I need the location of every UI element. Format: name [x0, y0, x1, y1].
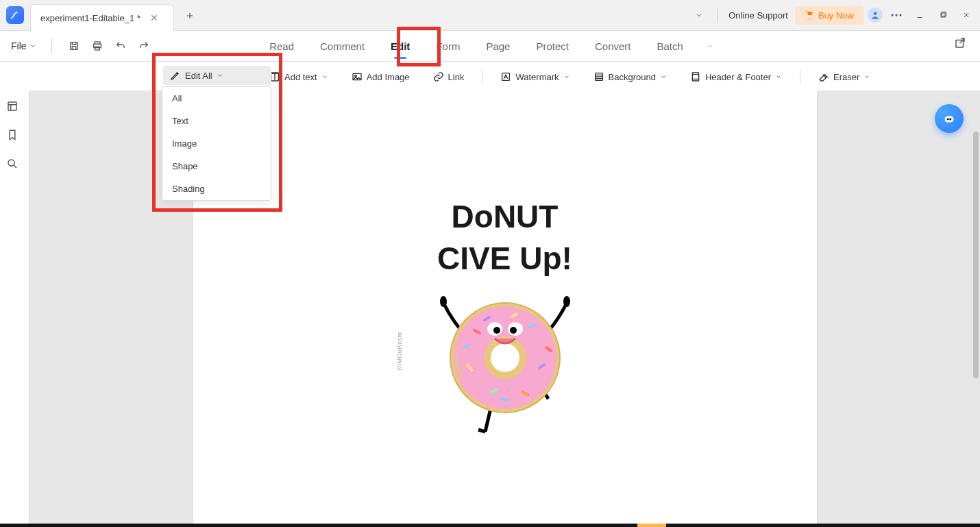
chevron-down-icon — [707, 42, 713, 49]
menu-more[interactable] — [707, 41, 713, 51]
window-close[interactable] — [957, 5, 976, 25]
user-avatar[interactable] — [868, 8, 883, 23]
add-text-button[interactable]: Add text — [262, 67, 335, 86]
assistant-bubble[interactable] — [935, 104, 964, 133]
share-icon — [954, 37, 966, 49]
feather-icon — [10, 10, 21, 21]
redo-button[interactable] — [136, 38, 152, 54]
svg-line-29 — [491, 390, 497, 392]
add-image-button[interactable]: Add Image — [345, 67, 417, 86]
menu-read[interactable]: Read — [267, 36, 297, 56]
taskbar-accent — [637, 524, 667, 527]
bookmarks-panel-button[interactable] — [6, 129, 23, 145]
svg-rect-4 — [941, 13, 945, 17]
buy-now-label: Buy Now — [818, 10, 854, 21]
plus-icon — [185, 11, 195, 21]
user-icon — [870, 10, 880, 20]
background-button[interactable]: Background — [587, 67, 674, 86]
dropdown-text[interactable]: Text — [162, 110, 271, 132]
tabs-dropdown-icon[interactable] — [689, 5, 709, 25]
share-button[interactable] — [954, 37, 972, 55]
scroll-thumb[interactable] — [973, 132, 979, 378]
chevron-down-icon — [863, 73, 870, 80]
redo-icon — [138, 40, 149, 51]
dropdown-all[interactable]: All — [162, 87, 271, 110]
search-icon — [6, 158, 19, 170]
separator — [482, 69, 482, 84]
window-maximize[interactable] — [933, 5, 953, 25]
svg-line-26 — [529, 325, 535, 327]
eraser-label: Eraser — [833, 72, 859, 82]
titlebar: experiment1-Editable_1 * ✕ Online Suppor… — [0, 0, 980, 31]
watermark-label: Watermark — [515, 72, 559, 82]
dropdown-shape[interactable]: Shape — [162, 155, 271, 177]
new-tab-button[interactable] — [178, 4, 201, 27]
vertical-scrollbar[interactable] — [972, 90, 979, 527]
save-button[interactable] — [66, 38, 82, 54]
tab[interactable]: experiment1-Editable_1 * ✕ — [30, 4, 174, 31]
workarea: DoNUT CIVE Up! r/IMOuRcsm — [0, 90, 980, 527]
print-button[interactable] — [89, 38, 106, 54]
tab-close-icon[interactable]: ✕ — [150, 12, 158, 23]
svg-point-24 — [487, 340, 523, 376]
tab-title: experiment1-Editable_1 * — [40, 13, 140, 23]
svg-point-21 — [563, 296, 570, 307]
chevron-down-icon — [29, 42, 36, 49]
link-icon — [433, 71, 444, 82]
header-footer-button[interactable]: Header & Footer — [683, 67, 789, 86]
menu-protect[interactable]: Protect — [533, 36, 572, 56]
file-label: File — [11, 40, 27, 51]
eraser-icon — [818, 71, 829, 82]
app-logo — [0, 0, 30, 30]
document-heading-line1: DoNUT — [193, 200, 817, 233]
chevron-down-icon — [217, 72, 223, 79]
menu-edit[interactable]: Edit — [388, 36, 413, 56]
image-icon — [352, 71, 363, 82]
online-support-link[interactable]: Online Support — [726, 10, 791, 21]
edit-all-button[interactable]: Edit All — [163, 66, 271, 85]
document-credit: r/IMOuRcsm — [396, 267, 403, 370]
add-text-label: Add text — [284, 72, 317, 82]
menubar-tabs: Read Comment Edit Form Page Protect Conv… — [267, 36, 713, 56]
search-panel-button[interactable] — [6, 158, 23, 174]
edit-all-menu: All Text Image Shape Shading — [162, 86, 271, 201]
menu-comment[interactable]: Comment — [317, 36, 367, 56]
dots-icon — [891, 14, 902, 16]
svg-point-38 — [493, 327, 500, 334]
link-button[interactable]: Link — [426, 67, 471, 86]
background-icon — [593, 71, 604, 82]
watermark-button[interactable]: Watermark — [493, 67, 576, 86]
svg-point-1 — [892, 14, 894, 16]
taskbar-strip — [0, 524, 980, 527]
svg-rect-40 — [945, 116, 954, 122]
thumbnails-panel-button[interactable] — [6, 100, 23, 117]
eraser-button[interactable]: Eraser — [811, 67, 877, 86]
add-image-label: Add Image — [367, 72, 410, 82]
left-sidebar — [0, 90, 29, 527]
undo-button[interactable] — [112, 38, 129, 54]
overflow-menu-icon[interactable] — [887, 5, 906, 25]
svg-point-14 — [354, 75, 356, 77]
donut-illustration — [426, 289, 584, 440]
separator — [717, 8, 718, 23]
edit-all-dropdown: Edit All All Text Image Shape Shading — [160, 62, 271, 85]
file-menu[interactable]: File — [7, 38, 40, 54]
watermark-icon — [500, 71, 511, 82]
pencil-icon — [170, 70, 181, 81]
robot-icon — [942, 111, 957, 126]
dropdown-image[interactable]: Image — [162, 132, 271, 155]
close-icon — [962, 11, 970, 19]
edit-toolbar: Edit All All Text Image Shape Shading Ad… — [0, 62, 980, 93]
menu-batch[interactable]: Batch — [654, 36, 685, 56]
minimize-icon — [916, 11, 924, 19]
menu-page[interactable]: Page — [483, 36, 513, 56]
menu-form[interactable]: Form — [433, 36, 463, 56]
buy-now-button[interactable]: Buy Now — [795, 6, 863, 25]
menu-convert[interactable]: Convert — [592, 36, 634, 56]
save-icon — [69, 40, 79, 51]
menubar: File Read Comment Edit Form Page Protect… — [0, 31, 980, 62]
svg-line-35 — [502, 399, 507, 400]
dropdown-shading[interactable]: Shading — [162, 177, 271, 200]
window-minimize[interactable] — [910, 5, 929, 25]
cart-icon — [805, 10, 814, 20]
